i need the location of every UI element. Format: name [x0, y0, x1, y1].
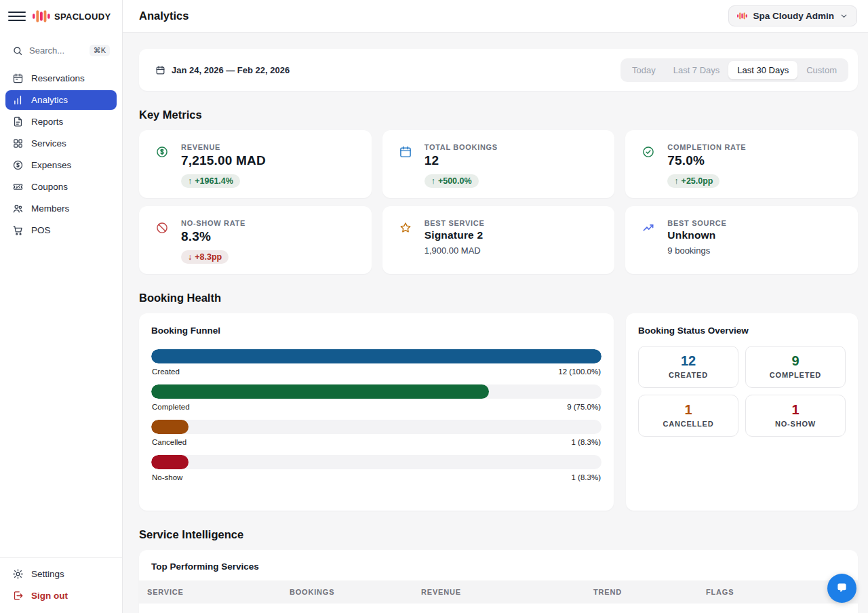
- chevron-down-icon: [840, 12, 848, 20]
- status-value: 1: [642, 402, 735, 418]
- metric-card-no-show-rate: NO-SHOW RATE 8.3% ↓+8.3pp: [139, 206, 372, 274]
- metric-value: Unknown: [667, 229, 726, 241]
- search-placeholder: Search...: [29, 45, 64, 56]
- metric-card-revenue: REVENUE 7,215.00 MAD ↑+1961.4%: [139, 130, 372, 198]
- preset-custom-button[interactable]: Custom: [797, 61, 846, 79]
- key-metrics-heading: Key Metrics: [139, 108, 858, 121]
- top-services-card: Top Performing Services SERVICE BOOKINGS…: [139, 550, 858, 613]
- metric-label: REVENUE: [181, 143, 266, 151]
- funnel-stage-label: Completed: [152, 403, 190, 411]
- main-area: Analytics Spa Cloudy Admin Jan 24, 2026: [123, 0, 868, 613]
- sidebar-item-expenses[interactable]: Expenses: [5, 155, 117, 175]
- status-value: 1: [749, 402, 842, 418]
- calendar-icon: [12, 73, 24, 84]
- sidebar-item-label: Members: [31, 203, 69, 214]
- date-filter-bar: Jan 24, 2026 — Feb 22, 2026 Today Last 7…: [139, 49, 858, 91]
- page-title: Analytics: [139, 9, 189, 22]
- bar-chart-icon: [12, 94, 24, 106]
- status-label: CREATED: [642, 371, 735, 379]
- topbar: Analytics Spa Cloudy Admin: [123, 0, 868, 33]
- metric-label: BEST SOURCE: [667, 219, 726, 227]
- metric-card-total-bookings: TOTAL BOOKINGS 12 ↑+500.0%: [382, 130, 615, 198]
- grid-icon: [12, 138, 24, 149]
- status-value: 12: [642, 353, 735, 369]
- sidebar-item-label: Expenses: [31, 160, 71, 170]
- status-label: NO-SHOW: [749, 420, 842, 428]
- funnel-track: [151, 420, 601, 434]
- metric-trend-badge: ↓+8.3pp: [181, 250, 229, 264]
- sidebar: SPACLOUDY Search... ⌘K Reservations Anal…: [0, 0, 123, 613]
- badge-text: +8.3pp: [195, 252, 222, 262]
- account-menu-button[interactable]: Spa Cloudy Admin: [728, 5, 857, 26]
- content: Jan 24, 2026 — Feb 22, 2026 Today Last 7…: [123, 33, 868, 613]
- sidebar-item-label: Coupons: [31, 182, 68, 192]
- funnel-stage-completed: Completed9 (75.0%): [151, 384, 601, 411]
- date-range-text: Jan 24, 2026 — Feb 22, 2026: [172, 65, 290, 75]
- sidebar-item-label: Analytics: [31, 95, 68, 105]
- funnel-track: [151, 455, 601, 469]
- preset-today-button[interactable]: Today: [623, 61, 665, 79]
- funnel-stage-value: 12 (100.0%): [558, 368, 601, 376]
- sidebar-item-label: Services: [31, 138, 66, 149]
- cart-icon: [12, 224, 24, 236]
- sidebar-item-analytics[interactable]: Analytics: [5, 90, 117, 110]
- hamburger-menu-icon[interactable]: [8, 7, 26, 25]
- sidebar-item-reservations[interactable]: Reservations: [5, 68, 117, 88]
- chat-bubble-icon: [835, 581, 849, 595]
- ban-icon: [155, 219, 170, 261]
- funnel-stage-no-show: No-show1 (8.3%): [151, 455, 601, 481]
- logout-icon: [12, 590, 24, 601]
- sidebar-item-members[interactable]: Members: [5, 199, 117, 218]
- chat-widget-button[interactable]: [827, 574, 856, 603]
- search-input[interactable]: Search... ⌘K: [7, 41, 115, 60]
- calendar-icon: [399, 143, 414, 185]
- arrow-up-icon: ↑: [431, 176, 435, 186]
- brand-logo: SPACLOUDY: [33, 9, 111, 23]
- sidebar-item-label: Reservations: [31, 73, 85, 83]
- service-intelligence-heading: Service Intelligence: [139, 528, 858, 541]
- metric-value: Signature 2: [425, 229, 485, 241]
- status-tile-completed: 9 COMPLETED: [745, 346, 846, 388]
- status-label: CANCELLED: [642, 420, 735, 428]
- funnel-stage-created: Created12 (100.0%): [151, 349, 601, 376]
- metric-card-completion-rate: COMPLETION RATE 75.0% ↑+25.0pp: [625, 130, 858, 198]
- sidebar-nav: Reservations Analytics Reports Services …: [0, 68, 122, 240]
- metric-value: 8.3%: [181, 229, 245, 244]
- funnel-bar: [151, 420, 189, 434]
- date-range-display[interactable]: Jan 24, 2026 — Feb 22, 2026: [155, 65, 290, 75]
- trending-up-icon: [642, 219, 656, 261]
- status-label: COMPLETED: [749, 371, 842, 379]
- spacloudy-mini-logo-icon: [737, 12, 747, 20]
- gear-icon: [12, 568, 24, 580]
- arrow-down-icon: ↓: [188, 252, 192, 262]
- badge-text: +500.0%: [438, 176, 472, 186]
- sidebar-header: SPACLOUDY: [0, 0, 122, 33]
- metric-card-best-source: BEST SOURCE Unknown 9 bookings: [625, 206, 858, 274]
- metric-value: 7,215.00 MAD: [181, 153, 266, 168]
- funnel-track: [151, 349, 601, 363]
- sidebar-item-label: Sign out: [31, 591, 68, 601]
- sidebar-item-settings[interactable]: Settings: [5, 564, 117, 584]
- metric-card-best-service: BEST SERVICE Signature 2 1,900.00 MAD: [382, 206, 615, 274]
- metric-trend-badge: ↑+1961.4%: [181, 174, 240, 188]
- sidebar-item-coupons[interactable]: Coupons: [5, 177, 117, 197]
- booking-status-grid: 12 CREATED 9 COMPLETED 1 CANCELLED 1: [638, 346, 846, 437]
- metric-subtext: 1,900.00 MAD: [425, 245, 485, 256]
- metric-label: TOTAL BOOKINGS: [425, 143, 498, 151]
- search-shortcut-badge: ⌘K: [90, 45, 110, 56]
- sidebar-item-pos[interactable]: POS: [5, 220, 117, 240]
- funnel-stage-value: 9 (75.0%): [567, 403, 601, 411]
- metric-trend-badge: ↑+500.0%: [425, 174, 479, 188]
- column-header-revenue: REVENUE: [421, 588, 593, 596]
- funnel-bar: [151, 349, 601, 363]
- sidebar-item-sign-out[interactable]: Sign out: [5, 586, 117, 606]
- preset-last-7-days-button[interactable]: Last 7 Days: [665, 61, 729, 79]
- preset-last-30-days-button[interactable]: Last 30 Days: [728, 61, 797, 79]
- calendar-icon: [155, 65, 165, 75]
- sidebar-item-reports[interactable]: Reports: [5, 112, 117, 132]
- sidebar-item-label: POS: [31, 225, 51, 235]
- funnel-stage-cancelled: Cancelled1 (8.3%): [151, 420, 601, 446]
- sidebar-item-label: Reports: [31, 117, 63, 127]
- booking-status-card: Booking Status Overview 12 CREATED 9 COM…: [626, 313, 858, 511]
- sidebar-item-services[interactable]: Services: [5, 134, 117, 153]
